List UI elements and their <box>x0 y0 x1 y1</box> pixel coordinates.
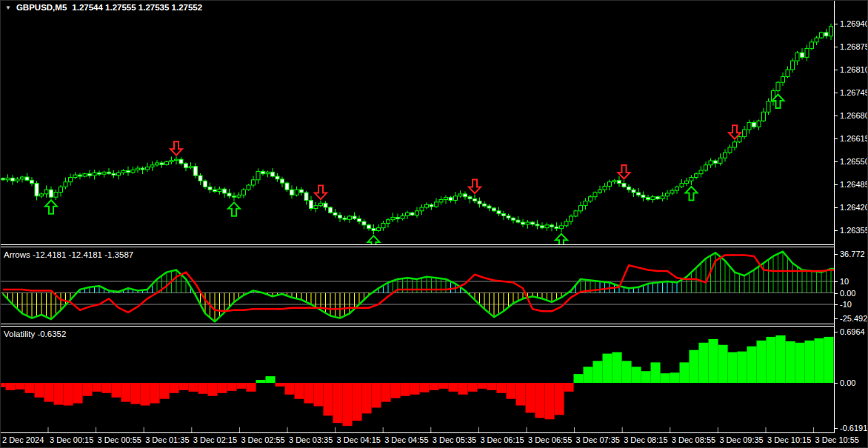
volatility-bar-down <box>203 383 208 394</box>
volatility-bar-up <box>781 335 786 383</box>
bear-candle <box>223 189 227 193</box>
bear-candle <box>464 194 467 197</box>
volatility-indicator-panel[interactable]: Volatility -0.6352 <box>1 327 835 432</box>
bull-candle <box>170 161 173 162</box>
volatility-bar-down <box>155 383 160 404</box>
bear-candle <box>641 195 645 197</box>
bear-candle <box>343 218 347 219</box>
volatility-bar-down <box>545 383 550 419</box>
axis-value-label: 1.26485 <box>840 180 868 189</box>
volatility-bar-down <box>247 383 252 392</box>
bear-candle <box>622 184 626 187</box>
volatility-bar-down <box>116 383 121 398</box>
volatility-bar-down <box>391 383 396 398</box>
symbol-menu-icon[interactable]: ▼ <box>5 4 11 12</box>
candlestick-chart[interactable] <box>1 1 835 245</box>
time-axis-label: 3 Dec 06:55 <box>528 435 572 444</box>
quote-values: 1.27544 1.27555 1.27535 1.27552 <box>72 3 202 12</box>
bear-candle <box>329 207 333 213</box>
bear-candle <box>497 211 501 214</box>
arrows-indicator-panel[interactable]: Arrows -12.4181 -12.4181 -1.3587 <box>1 247 835 324</box>
volatility-bar-up <box>704 343 709 383</box>
volatility-bar-down <box>189 383 194 392</box>
bear-candle <box>141 168 144 170</box>
bull-candle <box>695 174 698 178</box>
trading-chart-window: ▼ GBPUSD,M5 1.27544 1.27555 1.27535 1.27… <box>0 0 868 448</box>
volatility-bar-down <box>160 383 165 399</box>
bear-candle <box>473 199 477 201</box>
axis-value-label: -25.4921 <box>840 314 868 323</box>
volatility-bar-down <box>424 383 430 392</box>
volatility-bar-down <box>487 383 493 390</box>
volatility-bar-up <box>819 338 824 383</box>
axis-tick-mark <box>835 428 838 429</box>
volatility-bar-down <box>97 383 102 392</box>
volatility-bar-down <box>430 383 435 390</box>
axis-value-label: -0.6191 <box>840 424 867 432</box>
bull-candle <box>59 187 63 192</box>
bull-candle <box>690 177 693 181</box>
volatility-bars-group <box>1 335 834 426</box>
volatility-bar-down <box>386 383 391 402</box>
volatility-bar-up <box>584 367 589 383</box>
bear-candle <box>507 215 510 218</box>
volatility-bar-down <box>44 383 50 402</box>
bear-candle <box>184 164 188 168</box>
volatility-bar-down <box>136 383 141 404</box>
volatility-bar-up <box>790 341 795 383</box>
bull-candle <box>795 53 799 61</box>
bear-candle <box>396 217 400 218</box>
bull-candle <box>728 147 732 153</box>
volatility-bar-up <box>829 337 834 383</box>
bear-candle <box>160 163 164 164</box>
volatility-bar-down <box>299 383 304 399</box>
bear-candle <box>50 190 53 197</box>
price-chart-panel[interactable] <box>1 1 835 245</box>
time-axis[interactable]: 2 Dec 20243 Dec 00:153 Dec 00:553 Dec 01… <box>1 433 868 448</box>
bear-candle <box>79 175 82 176</box>
bull-candle <box>266 172 270 173</box>
bear-candle <box>88 174 92 175</box>
volatility-bar-down <box>318 383 324 407</box>
bear-candle <box>338 215 342 218</box>
volatility-bar-down <box>68 383 73 406</box>
volatility-histogram-chart[interactable] <box>1 327 835 432</box>
axis-tick-mark <box>835 254 838 255</box>
bear-candle <box>271 172 275 176</box>
axis-value-label: 36.772 <box>840 250 865 258</box>
bull-candle <box>815 38 818 42</box>
panel-separator[interactable] <box>1 324 868 324</box>
bear-candle <box>647 198 650 200</box>
volatility-bar-down <box>420 383 425 392</box>
axis-value-label: 1.26550 <box>840 157 868 166</box>
volatility-bar-down <box>222 383 227 393</box>
chart-title-bar: ▼ GBPUSD,M5 1.27544 1.27555 1.27535 1.27… <box>5 3 202 12</box>
bear-candle <box>353 216 356 218</box>
bull-candle <box>786 70 789 77</box>
volatility-bar-down <box>507 383 512 399</box>
volatility-bar-down <box>381 383 387 402</box>
axis-tick-mark <box>835 332 838 332</box>
axis-value-label: 1.26420 <box>840 203 868 212</box>
volatility-bar-up <box>661 373 666 383</box>
volatility-bar-down <box>49 383 54 402</box>
time-axis-label: 3 Dec 01:35 <box>145 435 189 444</box>
axis-value-label: 10 <box>840 277 849 286</box>
bear-candle <box>516 220 520 222</box>
volatility-bar-down <box>179 383 184 390</box>
panel-separator[interactable] <box>1 244 868 245</box>
bull-candle <box>252 180 256 185</box>
bull-candle <box>425 204 429 207</box>
bear-candle <box>824 33 828 36</box>
volatility-bar-down <box>237 383 242 389</box>
bull-candle <box>381 224 385 228</box>
time-axis-label: 2 Dec 2024 <box>2 435 44 444</box>
sell-signal-down-arrow-icon <box>315 186 327 200</box>
axis-tick-mark <box>835 230 838 231</box>
bull-candle <box>560 226 564 229</box>
axis-tick-mark <box>835 47 838 47</box>
bear-candle <box>468 197 472 199</box>
volatility-bar-down <box>295 383 300 399</box>
bull-candle <box>767 101 770 112</box>
volatility-bar-down <box>145 383 150 406</box>
